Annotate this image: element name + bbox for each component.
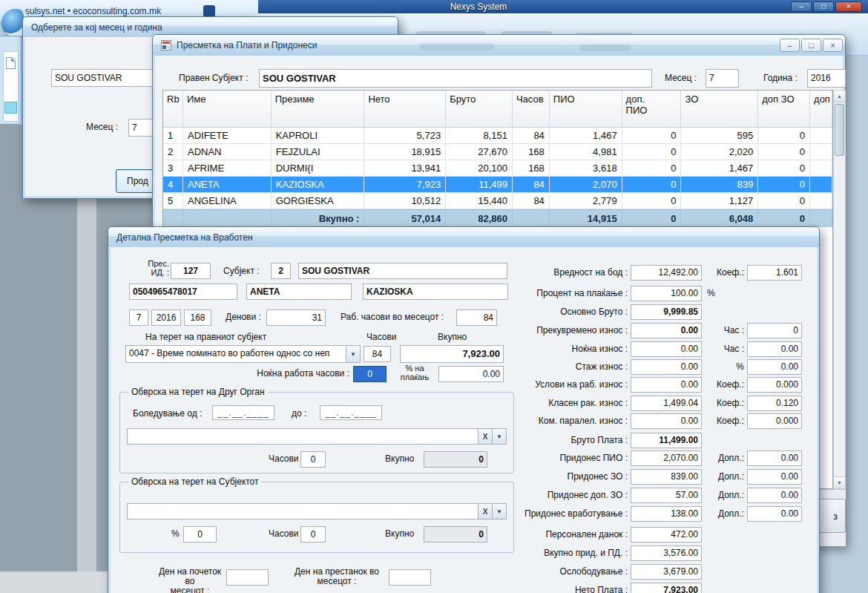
amount-value-field[interactable]: 3,679.00 [631, 564, 702, 580]
amount-label: Придонес доп. ЗО : [479, 490, 628, 500]
grid-cell: 0 [622, 177, 682, 192]
grid-row[interactable]: 5ANGELINAGORGIESKA10,51215,440842,77901,… [163, 193, 832, 209]
amount-label: Придонес вработување : [479, 508, 628, 519]
month-field[interactable]: 7 [706, 69, 739, 88]
grid-total-cell: 82,860 [446, 210, 513, 227]
new-document-icon[interactable] [6, 57, 16, 69]
minimize-icon[interactable]: – [791, 1, 812, 12]
grid-column-header[interactable]: Бруто [446, 91, 513, 127]
grid-total-cell: Вкупно : [272, 210, 365, 227]
amount-label: Ноќна износ : [479, 344, 628, 354]
amount-secondary-field[interactable]: 0.00 [747, 469, 802, 485]
amount-value-field[interactable]: 0.00 [631, 323, 702, 338]
grid-cell: 4 [163, 177, 183, 192]
amount-secondary-field[interactable]: 0.00 [747, 488, 802, 503]
grid-total-cell: 0 [622, 210, 682, 227]
amount-value-field[interactable]: 0.00 [631, 377, 702, 393]
grid-column-header[interactable]: доп [810, 91, 832, 127]
grid-cell: 84 [513, 193, 550, 209]
amount-secondary-field[interactable]: 0 [747, 323, 802, 338]
desktop: Nexys System – □ × sulsys.net • ecoconsu… [0, 0, 868, 593]
amount-secondary-label: Час : [700, 344, 744, 354]
amount-value-field[interactable]: 2,070.00 [631, 451, 702, 466]
grid-cell: ANGELINA [183, 193, 272, 209]
amount-value-field[interactable]: 100.00 [631, 286, 702, 301]
amount-secondary-field[interactable]: 0.00 [747, 341, 802, 357]
month-dialog-title: Одберете за кој месец и година [31, 22, 162, 33]
amount-row: Основно Бруто :9,999.85 [108, 304, 819, 321]
maximize-icon[interactable]: □ [801, 39, 821, 52]
subject-label: Правен Субјект : [179, 73, 248, 83]
grid-row[interactable]: 4ANETAKAZIOSKA7,92311,499842,07008390 [163, 177, 832, 193]
scroll-thumb[interactable] [835, 104, 844, 156]
close-icon[interactable]: × [835, 1, 862, 12]
amount-secondary-field[interactable]: 0.00 [747, 506, 802, 522]
amount-row: Нето Плата :7,923.00 [108, 583, 819, 593]
amount-secondary-field[interactable]: 1.601 [747, 265, 802, 281]
scroll-up-icon[interactable]: ▲ [834, 91, 845, 102]
detail-titlebar[interactable]: Детална Пресметка на Вработен [108, 227, 819, 247]
amount-label: Ослободување : [479, 566, 628, 577]
minimize-icon[interactable]: – [780, 39, 800, 52]
grid-column-header[interactable]: Презиме [272, 91, 365, 127]
vertical-scrollbar[interactable]: ▲ ▼ [833, 90, 846, 489]
subject-field[interactable]: SOU GOSTIVAR [259, 69, 652, 88]
amount-value-field[interactable]: 57.00 [631, 488, 702, 503]
grid-cell: 0 [758, 177, 810, 192]
amount-value-field[interactable]: 0.00 [631, 341, 702, 357]
grid-cell: 3,618 [550, 160, 622, 176]
browser-tab-title[interactable]: sulsys.net • ecoconsulting.com.mk [25, 6, 161, 16]
grid-column-header[interactable]: Часов [513, 91, 550, 127]
grid-column-header[interactable]: ПИО [550, 91, 622, 127]
amount-label: Вкупно прид. и ПД. : [479, 548, 628, 558]
payroll-titlebar[interactable]: Пресметка на Плати и Придонеси [153, 35, 845, 56]
amount-value-field[interactable]: 11,499.00 [631, 433, 702, 448]
grid-cell: 0 [622, 193, 682, 209]
amount-value-field[interactable]: 138.00 [631, 506, 702, 522]
amount-value-field[interactable]: 1,499.04 [631, 396, 702, 411]
grid-column-header[interactable]: Нето [364, 91, 446, 127]
amount-value-field[interactable]: 3,576.00 [631, 546, 702, 561]
amount-row: Придонес вработување :138.00Допл.:0.00 [108, 506, 819, 522]
amount-secondary-label: Допл.: [700, 490, 744, 500]
grid-column-header[interactable]: Име [183, 91, 272, 127]
amount-row: Вредност на бод :12,492.00Коеф.:1.601 [108, 265, 819, 281]
close-icon[interactable]: × [823, 39, 843, 52]
amount-value-field[interactable]: 9,999.85 [631, 304, 702, 320]
amount-value-field[interactable]: 12,492.00 [631, 265, 702, 281]
browser-favicon[interactable] [203, 5, 215, 17]
grid-column-header[interactable]: Rb [163, 91, 183, 127]
amount-value-field[interactable]: 0.00 [631, 413, 702, 429]
grid-row[interactable]: 2ADNANFEJZULAI18,91527,6701684,98102,020… [163, 144, 832, 160]
amount-row: Придонес ЗО :839.00Допл.:0.00 [108, 469, 819, 485]
dialog-month-label: Месец : [86, 122, 118, 132]
maximize-icon[interactable]: □ [813, 1, 834, 12]
grid-total-cell [163, 210, 183, 227]
year-field[interactable]: 2016 [807, 69, 846, 88]
toolbar-icon[interactable] [4, 102, 17, 114]
grid-cell: ADIFETE [183, 128, 272, 143]
grid-row[interactable]: 3AFRIMEDURMI{I13,94120,1001683,61801,467… [163, 160, 832, 177]
amount-secondary-field[interactable]: 0.000 [747, 413, 802, 429]
grid-column-header[interactable]: ЗО [681, 91, 758, 127]
amount-secondary-field[interactable]: 0.120 [747, 396, 802, 411]
amount-value-field[interactable]: 0.00 [631, 359, 702, 375]
grid-cell [810, 128, 832, 143]
payroll-grid-header: RbИмеПрезимеНетоБрутоЧасовПИОдоп. ПИОЗОд… [163, 91, 832, 128]
grid-column-header[interactable]: доп. ПИО [622, 91, 682, 127]
grid-column-header[interactable]: доп ЗО [758, 91, 810, 127]
grid-cell: KAPROLI [272, 128, 365, 143]
amount-secondary-field[interactable]: 0.00 [747, 359, 802, 375]
grid-cell: 8,151 [446, 128, 513, 143]
grid-total-cell: 0 [758, 210, 810, 227]
amount-value-field[interactable]: 839.00 [631, 469, 702, 485]
grid-cell: 839 [681, 177, 758, 192]
scroll-down-icon[interactable]: ▼ [834, 476, 845, 488]
grid-cell: 0 [622, 128, 682, 143]
amount-secondary-field[interactable]: 0.00 [747, 451, 802, 466]
amount-value-field[interactable]: 7,923.00 [631, 583, 702, 593]
amount-value-field[interactable]: 472.00 [631, 527, 702, 543]
grid-row[interactable]: 1ADIFETEKAPROLI5,7238,151841,46705950 [163, 128, 832, 144]
grid-cell: 1,467 [550, 128, 622, 143]
amount-secondary-field[interactable]: 0.000 [747, 377, 802, 393]
